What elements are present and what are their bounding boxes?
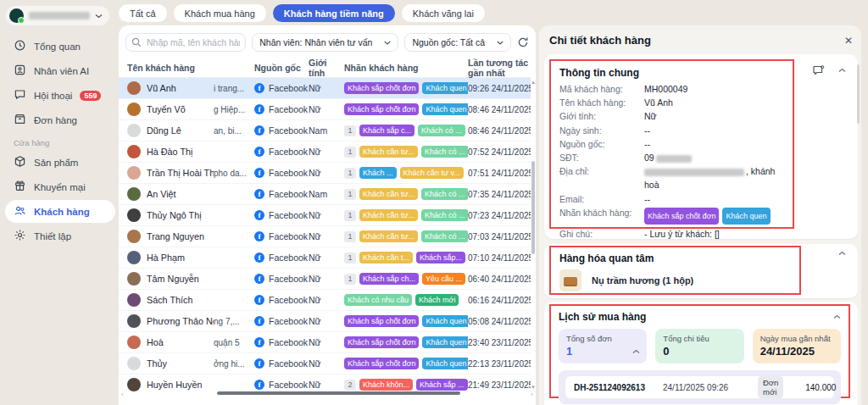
table-row[interactable]: Trần Thị Hoài Thươngpho da...fFacebookNữ… xyxy=(119,163,531,184)
table-row[interactable]: Trang NguyenfFacebookNữ1Khách cần tư...K… xyxy=(119,226,531,247)
facebook-icon: f xyxy=(254,231,264,241)
table-row[interactable]: Thủy Ngô ThịfFacebookNữ1Khách cần tư...K… xyxy=(119,205,531,226)
scroll-right-arrow[interactable]: › xyxy=(531,391,533,398)
tab-khách-hàng-tiềm-năng[interactable]: Khách hàng tiềm năng xyxy=(273,4,395,22)
source-label: Facebook xyxy=(269,104,308,114)
gender-cell: Nữ xyxy=(309,83,344,93)
facebook-icon: f xyxy=(254,189,264,199)
avatar xyxy=(127,272,141,286)
table-row[interactable]: Vũ Anhi trang...fFacebookNữKhách sắp chố… xyxy=(119,78,531,99)
field-value: 09 xyxy=(644,151,692,164)
search-input[interactable] xyxy=(125,33,246,52)
purchase-history-title: Lịch sử mua hàng xyxy=(559,311,646,323)
source-label: Facebook xyxy=(269,83,308,93)
customer-tag: Khách quen xyxy=(422,82,468,94)
sidebar-item-gift[interactable]: Khuyến mại xyxy=(5,175,115,198)
customer-tag: Khách cần t... xyxy=(359,252,413,264)
avatar xyxy=(127,336,141,349)
source-cell: fFacebook xyxy=(254,189,309,199)
tag-count-badge: 2 xyxy=(344,380,356,391)
table-row[interactable]: Tâm NguyễnfFacebookNữ1Khách sắp ch...Yêu… xyxy=(119,269,531,290)
scroll-up-arrow[interactable]: ▲ xyxy=(531,80,536,85)
tag-count-badge: 1 xyxy=(344,252,356,264)
sidebar-item-label: Nhân viên AI xyxy=(34,66,89,76)
vertical-scrollbar[interactable] xyxy=(531,161,535,254)
panel-scrollbar[interactable] xyxy=(857,64,860,124)
facebook-icon: f xyxy=(254,104,264,114)
tag-count-badge: 1 xyxy=(344,147,356,158)
field-value: - Lưu ý từ khách: [] xyxy=(644,227,720,241)
chevron-down-icon xyxy=(95,14,103,19)
gender-cell: Nữ xyxy=(309,147,344,157)
last-interaction-time: 06:40 24/11/2025 xyxy=(468,275,531,284)
sidebar-item-chat[interactable]: Hội thoại559 xyxy=(5,84,115,107)
table-row[interactable]: Dũng Lêan, bi...fFacebookNam1Khách sắp c… xyxy=(119,120,531,141)
col-header-tags: Nhãn khách hàng xyxy=(344,63,468,73)
detail-field: Mã khách hàng:MH000049 xyxy=(559,82,784,96)
table-row[interactable]: Sách ThíchfFacebookNữKhách có nhu cầuKhá… xyxy=(119,290,531,311)
table-row[interactable]: Huyền HuyềnfFacebookNữ2Khách khôn...Khác… xyxy=(119,374,531,391)
source-filter-dropdown[interactable]: Nguồn gốc: Tất cả xyxy=(404,33,511,52)
order-row[interactable]: DH-25112409261324/11/2025 09:26Đơn mới14… xyxy=(565,376,834,398)
customer-tag: Khách ... xyxy=(359,167,397,179)
customer-name-cell: Trang Nguyen xyxy=(127,230,214,243)
sidebar-item-people[interactable]: Khách hàng xyxy=(5,200,115,223)
tab-tất-cả[interactable]: Tất cả xyxy=(119,4,167,22)
customer-name: Thủy xyxy=(147,358,167,369)
sidebar-item-clock[interactable]: Tổng quan xyxy=(5,35,115,58)
customer-name-cell: Tuyển Võ xyxy=(127,103,214,116)
customer-tag: Khách cần tư... xyxy=(359,209,418,221)
customer-name-cell: Thủy xyxy=(127,357,214,370)
account-selector[interactable] xyxy=(5,5,110,26)
chat-bubble-icon[interactable] xyxy=(812,64,825,76)
last-interaction-time: 07:52 24/11/2025 xyxy=(468,147,531,157)
table-row[interactable]: Hà Đào ThịfFacebookNữ1Khách cần tư...Khá… xyxy=(119,141,531,163)
product-name: Nụ trầm hương (1 hộp) xyxy=(592,275,693,286)
sidebar-item-ai-person[interactable]: Nhân viên AI xyxy=(5,59,115,82)
tab-khách-vãng-lai[interactable]: Khách vãng lai xyxy=(402,4,485,22)
sidebar-item-label: Thiết lập xyxy=(34,231,71,241)
refresh-icon[interactable] xyxy=(517,36,529,48)
table-row[interactable]: Phương Thảo Nguyễnng 7,...fFacebookNữKhá… xyxy=(119,311,531,332)
avatar xyxy=(127,357,141,370)
facebook-icon: f xyxy=(254,168,264,178)
table-row[interactable]: Thủyởng hi...fFacebookNữKhách sắp chốt đ… xyxy=(119,353,531,374)
avatar xyxy=(127,230,141,243)
stat-chevron-icon[interactable] xyxy=(632,342,640,358)
tags-cell: Khách sắp chốt đơnKhách quen xyxy=(344,315,468,327)
table-row[interactable]: Tuyển Võg Hiệp...fFacebookNữKhách sắp ch… xyxy=(119,99,531,120)
customer-address-fragment: ng 7,... xyxy=(214,317,254,326)
customer-tag: Khách sắp chốt đơn xyxy=(344,82,419,94)
sidebar-item-gear[interactable]: Thiết lập xyxy=(5,225,115,247)
stat-value: 24/11/2025 xyxy=(760,345,833,358)
sidebar-item-label: Khách hàng xyxy=(34,207,90,217)
customer-name-cell: Tâm Nguyễn xyxy=(127,272,214,286)
tab-khách-mua-hàng[interactable]: Khách mua hàng xyxy=(174,4,266,22)
field-label: Email: xyxy=(559,192,644,206)
field-label: Địa chỉ: xyxy=(559,164,644,191)
staff-filter-dropdown[interactable]: Nhân viên: Nhân viên tư vấn xyxy=(252,33,398,52)
table-row[interactable]: Hà PhạmfFacebookNữ1Khách cần t...Khách s… xyxy=(119,247,531,269)
detail-panel-title: Chi tiết khách hàng xyxy=(549,34,651,47)
table-row[interactable]: Hoàquận 5fFacebookNữKhách sắp chốt đơnKh… xyxy=(119,332,531,353)
scroll-down-arrow[interactable]: ▼ xyxy=(531,385,536,390)
last-interaction-time: 07:10 24/11/2025 xyxy=(468,253,531,263)
source-label: Facebook xyxy=(269,380,308,390)
sidebar-item-cube[interactable]: Sản phẩm xyxy=(5,151,115,174)
detail-field: Email:-- xyxy=(559,192,784,206)
field-value: MH000049 xyxy=(644,82,687,96)
customer-tag: Khách sắp... xyxy=(416,252,465,264)
scroll-left-arrow[interactable]: ‹ xyxy=(121,391,124,398)
interested-product-item[interactable]: Nụ trầm hương (1 hộp) xyxy=(559,269,791,291)
collapse-chevron-icon[interactable] xyxy=(838,251,846,256)
customer-tag: Khách có ... xyxy=(421,209,468,221)
collapse-chevron-icon[interactable] xyxy=(838,68,846,73)
collapse-chevron-icon[interactable] xyxy=(833,314,841,319)
table-row[interactable]: An ViệtfFacebookNam1Khách cần tư...Khách… xyxy=(119,184,531,205)
gender-cell: Nam xyxy=(309,125,344,136)
sidebar-item-order-box[interactable]: Đơn hàng xyxy=(5,108,115,131)
gender-cell: Nữ xyxy=(309,210,344,220)
horizontal-scrollbar[interactable] xyxy=(217,391,460,395)
close-icon[interactable]: ✕ xyxy=(844,35,853,47)
last-interaction-time: 07:23 24/11/2025 xyxy=(468,211,531,220)
